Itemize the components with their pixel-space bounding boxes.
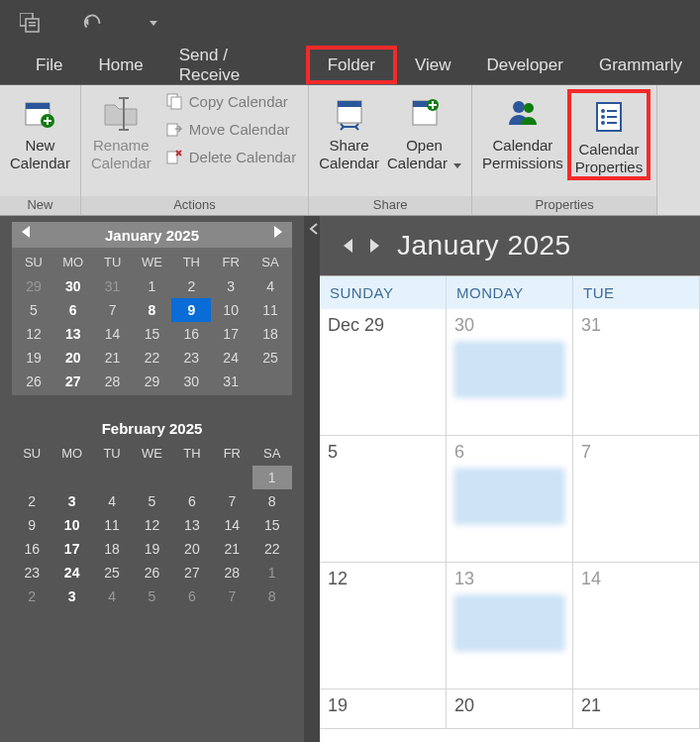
month-day-cell[interactable]: Dec 29	[320, 309, 447, 436]
minical-day[interactable]: 5	[132, 489, 171, 513]
open-calendar-button[interactable]: OpenCalendar	[383, 89, 465, 172]
minical-day[interactable]: 5	[132, 584, 171, 608]
minical-day[interactable]: 23	[12, 561, 51, 584]
minical-day[interactable]: 31	[211, 370, 250, 393]
minical-day[interactable]: 26	[14, 370, 53, 393]
minical-day[interactable]: 10	[51, 513, 91, 537]
minical-day[interactable]: 3	[51, 489, 91, 513]
minical-day[interactable]: 9	[171, 298, 211, 322]
minical-day[interactable]: 1	[252, 561, 292, 584]
minical-next-button[interactable]	[274, 226, 282, 238]
share-calendar-button[interactable]: ShareCalendar	[315, 89, 383, 172]
tab-grammarly[interactable]: Grammarly	[581, 46, 700, 84]
minical-day[interactable]: 18	[92, 537, 132, 561]
month-day-cell[interactable]: 6	[447, 436, 573, 563]
minical-day[interactable]: 8	[252, 489, 292, 513]
minical-day[interactable]: 7	[212, 584, 251, 608]
calendar-permissions-button[interactable]: CalendarPermissions	[478, 89, 567, 172]
minical-day[interactable]: 14	[212, 513, 251, 537]
minical-day[interactable]: 9	[12, 513, 51, 537]
month-day-cell[interactable]: 20	[447, 689, 573, 729]
minical-day[interactable]: 13	[53, 322, 93, 346]
minical-day[interactable]: 20	[172, 537, 212, 561]
tab-folder[interactable]: Folder	[306, 46, 397, 84]
tab-developer[interactable]: Developer	[468, 46, 581, 84]
month-day-cell[interactable]: 13	[447, 563, 573, 689]
tab-view[interactable]: View	[397, 46, 469, 84]
minical-day[interactable]: 15	[252, 513, 292, 537]
minical-day[interactable]: 20	[53, 346, 93, 370]
minical-day[interactable]: 1	[133, 274, 172, 298]
tab-file[interactable]: File	[18, 46, 80, 84]
minical-day[interactable]: 13	[172, 513, 212, 537]
minical-day[interactable]: 7	[93, 298, 133, 322]
minical-day[interactable]: 8	[133, 298, 172, 322]
minical-day[interactable]: 22	[252, 537, 292, 561]
next-month-button[interactable]	[370, 239, 379, 253]
minical-day[interactable]: 17	[51, 537, 91, 561]
minical-day[interactable]: 27	[53, 370, 93, 393]
minical-day[interactable]: 3	[51, 584, 91, 608]
minical-day[interactable]: 6	[172, 489, 212, 513]
minical-day[interactable]: 27	[172, 561, 212, 584]
minical-day[interactable]: 19	[14, 346, 53, 370]
minical-day[interactable]: 16	[171, 322, 211, 346]
undo-icon[interactable]	[81, 12, 103, 34]
prev-month-button[interactable]	[344, 239, 352, 253]
minical-day[interactable]: 15	[133, 322, 172, 346]
minical-day[interactable]: 31	[93, 274, 133, 298]
month-day-cell[interactable]: 5	[320, 436, 447, 563]
tab-send-receive[interactable]: Send / Receive	[161, 46, 306, 84]
minical-day[interactable]: 2	[171, 274, 211, 298]
minical-day[interactable]: 14	[93, 322, 133, 346]
minical-day[interactable]: 21	[93, 346, 133, 370]
calendar-properties-button[interactable]: CalendarProperties	[567, 89, 650, 180]
minical-day[interactable]: 12	[132, 513, 171, 537]
minical-day[interactable]: 4	[250, 274, 290, 298]
minical-day[interactable]: 29	[133, 370, 172, 393]
month-day-cell[interactable]: 31	[573, 309, 700, 436]
minical-day[interactable]: 2	[12, 489, 51, 513]
minical-day[interactable]: 3	[211, 274, 250, 298]
minical-day[interactable]: 4	[92, 584, 132, 608]
minical-day[interactable]: 25	[92, 561, 132, 584]
appointment-block[interactable]	[454, 342, 564, 397]
appointment-block[interactable]	[454, 469, 564, 524]
minical-day[interactable]: 21	[212, 537, 251, 561]
minical-day[interactable]: 19	[132, 537, 171, 561]
minical-day[interactable]: 12	[14, 322, 53, 346]
month-day-cell[interactable]: 12	[320, 563, 447, 689]
minical-day[interactable]: 2	[12, 584, 51, 608]
minical-day[interactable]: 22	[133, 346, 172, 370]
minical-day[interactable]: 24	[51, 561, 91, 584]
minical-day[interactable]: 7	[212, 489, 251, 513]
month-day-cell[interactable]: 19	[320, 689, 447, 729]
minical-day[interactable]: 28	[93, 370, 133, 393]
minical-day[interactable]: 8	[252, 584, 292, 608]
month-day-cell[interactable]: 21	[573, 689, 700, 729]
minical-day[interactable]: 26	[132, 561, 171, 584]
minical-day[interactable]: 28	[212, 561, 251, 584]
minical-day[interactable]: 16	[12, 537, 51, 561]
minical-day[interactable]: 24	[211, 346, 250, 370]
tab-home[interactable]: Home	[80, 46, 160, 84]
minical-day[interactable]: 18	[250, 322, 290, 346]
minical-day[interactable]: 11	[250, 298, 290, 322]
month-day-cell[interactable]: 14	[573, 563, 700, 689]
minical-day[interactable]: 29	[14, 274, 53, 298]
minical-day[interactable]: 6	[172, 584, 212, 608]
minical-day[interactable]: 30	[171, 370, 211, 393]
customize-qat-dropdown[interactable]	[143, 12, 164, 34]
collapse-nav-icon[interactable]	[308, 222, 320, 238]
app-icon[interactable]	[20, 12, 42, 34]
minical-day[interactable]: 1	[252, 466, 292, 489]
minical-day[interactable]: 6	[53, 298, 93, 322]
minical-day[interactable]: 11	[92, 513, 132, 537]
month-day-cell[interactable]: 30	[447, 309, 573, 436]
minical-day[interactable]: 5	[14, 298, 53, 322]
month-day-cell[interactable]: 7	[573, 436, 700, 563]
appointment-block[interactable]	[454, 595, 564, 651]
minical-day[interactable]: 17	[211, 322, 250, 346]
new-calendar-button[interactable]: NewCalendar	[6, 89, 74, 172]
minical-day[interactable]: 10	[211, 298, 250, 322]
